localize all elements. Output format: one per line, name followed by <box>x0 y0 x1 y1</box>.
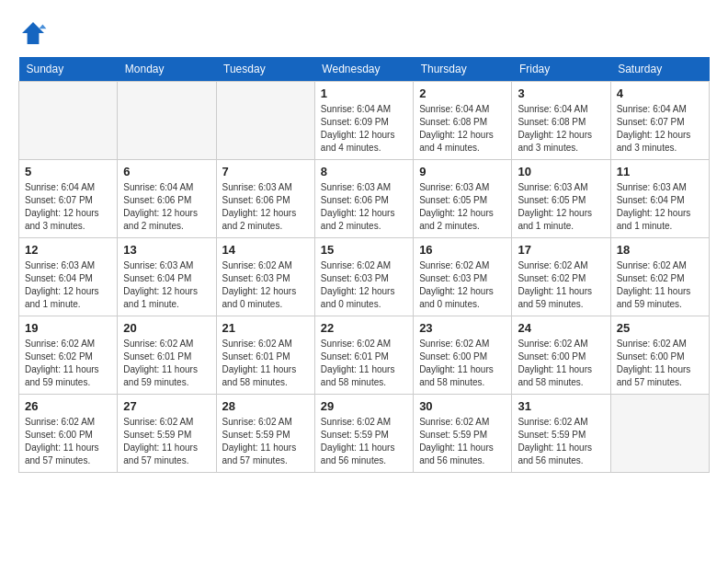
day-number: 20 <box>123 321 210 335</box>
day-number: 7 <box>222 165 309 178</box>
day-info: Sunrise: 6:02 AM Sunset: 6:00 PM Dayligh… <box>25 416 111 467</box>
day-cell: 27Sunrise: 6:02 AM Sunset: 5:59 PM Dayli… <box>118 395 216 473</box>
day-cell: 17Sunrise: 6:02 AM Sunset: 6:02 PM Dayli… <box>512 238 610 316</box>
day-info: Sunrise: 6:02 AM Sunset: 5:59 PM Dayligh… <box>518 416 604 467</box>
day-cell <box>19 82 118 160</box>
day-info: Sunrise: 6:04 AM Sunset: 6:08 PM Dayligh… <box>518 103 604 155</box>
day-header-saturday: Saturday <box>610 57 709 82</box>
day-cell: 31Sunrise: 6:02 AM Sunset: 5:59 PM Dayli… <box>512 395 610 473</box>
day-number: 30 <box>419 399 506 413</box>
day-cell: 2Sunrise: 6:04 AM Sunset: 6:08 PM Daylig… <box>414 82 512 160</box>
day-cell: 9Sunrise: 6:03 AM Sunset: 6:05 PM Daylig… <box>414 160 512 238</box>
day-number: 29 <box>321 399 407 413</box>
day-header-wednesday: Wednesday <box>314 57 413 82</box>
header-row: SundayMondayTuesdayWednesdayThursdayFrid… <box>19 57 710 82</box>
logo-icon <box>18 18 48 48</box>
day-number: 17 <box>518 243 604 257</box>
day-header-sunday: Sunday <box>19 57 118 82</box>
day-cell <box>216 82 314 160</box>
day-info: Sunrise: 6:04 AM Sunset: 6:09 PM Dayligh… <box>321 103 407 155</box>
day-info: Sunrise: 6:02 AM Sunset: 5:59 PM Dayligh… <box>123 416 210 467</box>
svg-marker-0 <box>22 22 44 44</box>
day-cell: 5Sunrise: 6:04 AM Sunset: 6:07 PM Daylig… <box>19 160 118 238</box>
day-info: Sunrise: 6:04 AM Sunset: 6:06 PM Dayligh… <box>123 181 210 233</box>
day-number: 15 <box>321 243 407 257</box>
day-info: Sunrise: 6:02 AM Sunset: 6:02 PM Dayligh… <box>518 259 604 311</box>
day-cell: 26Sunrise: 6:02 AM Sunset: 6:00 PM Dayli… <box>19 395 118 473</box>
day-cell: 29Sunrise: 6:02 AM Sunset: 5:59 PM Dayli… <box>314 395 413 473</box>
day-info: Sunrise: 6:03 AM Sunset: 6:04 PM Dayligh… <box>617 181 703 233</box>
day-info: Sunrise: 6:04 AM Sunset: 6:07 PM Dayligh… <box>25 181 111 233</box>
day-cell <box>118 82 216 160</box>
day-info: Sunrise: 6:03 AM Sunset: 6:04 PM Dayligh… <box>123 259 210 311</box>
day-header-tuesday: Tuesday <box>216 57 314 82</box>
day-number: 4 <box>617 86 703 100</box>
day-info: Sunrise: 6:02 AM Sunset: 5:59 PM Dayligh… <box>321 416 407 467</box>
week-row-2: 5Sunrise: 6:04 AM Sunset: 6:07 PM Daylig… <box>19 160 710 238</box>
day-number: 19 <box>25 321 111 335</box>
day-cell: 6Sunrise: 6:04 AM Sunset: 6:06 PM Daylig… <box>118 160 216 238</box>
day-cell: 4Sunrise: 6:04 AM Sunset: 6:07 PM Daylig… <box>610 82 709 160</box>
day-info: Sunrise: 6:02 AM Sunset: 6:03 PM Dayligh… <box>419 259 506 311</box>
day-info: Sunrise: 6:02 AM Sunset: 6:02 PM Dayligh… <box>617 259 703 311</box>
day-number: 22 <box>321 321 407 335</box>
day-cell: 11Sunrise: 6:03 AM Sunset: 6:04 PM Dayli… <box>610 160 709 238</box>
day-info: Sunrise: 6:03 AM Sunset: 6:06 PM Dayligh… <box>222 181 309 233</box>
day-number: 21 <box>222 321 309 335</box>
day-info: Sunrise: 6:02 AM Sunset: 6:01 PM Dayligh… <box>123 338 210 389</box>
day-info: Sunrise: 6:02 AM Sunset: 6:03 PM Dayligh… <box>222 259 309 311</box>
day-cell: 8Sunrise: 6:03 AM Sunset: 6:06 PM Daylig… <box>314 160 413 238</box>
day-number: 31 <box>518 399 604 413</box>
day-cell: 13Sunrise: 6:03 AM Sunset: 6:04 PM Dayli… <box>118 238 216 316</box>
day-number: 16 <box>419 243 506 257</box>
day-number: 3 <box>518 86 604 100</box>
day-info: Sunrise: 6:02 AM Sunset: 6:03 PM Dayligh… <box>321 259 407 311</box>
week-row-1: 1Sunrise: 6:04 AM Sunset: 6:09 PM Daylig… <box>19 82 710 160</box>
day-info: Sunrise: 6:03 AM Sunset: 6:05 PM Dayligh… <box>419 181 506 233</box>
day-info: Sunrise: 6:02 AM Sunset: 5:59 PM Dayligh… <box>419 416 506 467</box>
day-cell: 22Sunrise: 6:02 AM Sunset: 6:01 PM Dayli… <box>314 316 413 395</box>
day-number: 23 <box>419 321 506 335</box>
day-info: Sunrise: 6:02 AM Sunset: 6:00 PM Dayligh… <box>617 338 703 389</box>
day-number: 27 <box>123 399 210 413</box>
week-row-4: 19Sunrise: 6:02 AM Sunset: 6:02 PM Dayli… <box>19 316 710 395</box>
day-number: 11 <box>617 165 703 178</box>
day-cell: 15Sunrise: 6:02 AM Sunset: 6:03 PM Dayli… <box>314 238 413 316</box>
day-cell: 20Sunrise: 6:02 AM Sunset: 6:01 PM Dayli… <box>118 316 216 395</box>
day-cell: 19Sunrise: 6:02 AM Sunset: 6:02 PM Dayli… <box>19 316 118 395</box>
day-header-monday: Monday <box>118 57 216 82</box>
day-cell: 1Sunrise: 6:04 AM Sunset: 6:09 PM Daylig… <box>314 82 413 160</box>
day-info: Sunrise: 6:04 AM Sunset: 6:08 PM Dayligh… <box>419 103 506 155</box>
day-cell <box>610 395 709 473</box>
page-header <box>18 18 710 48</box>
day-cell: 3Sunrise: 6:04 AM Sunset: 6:08 PM Daylig… <box>512 82 610 160</box>
day-cell: 10Sunrise: 6:03 AM Sunset: 6:05 PM Dayli… <box>512 160 610 238</box>
day-info: Sunrise: 6:02 AM Sunset: 6:00 PM Dayligh… <box>518 338 604 389</box>
day-number: 9 <box>419 165 506 178</box>
day-number: 25 <box>617 321 703 335</box>
day-cell: 25Sunrise: 6:02 AM Sunset: 6:00 PM Dayli… <box>610 316 709 395</box>
day-header-friday: Friday <box>512 57 610 82</box>
day-cell: 18Sunrise: 6:02 AM Sunset: 6:02 PM Dayli… <box>610 238 709 316</box>
day-info: Sunrise: 6:02 AM Sunset: 5:59 PM Dayligh… <box>222 416 309 467</box>
day-number: 2 <box>419 86 506 100</box>
calendar-table: SundayMondayTuesdayWednesdayThursdayFrid… <box>18 57 710 473</box>
day-number: 14 <box>222 243 309 257</box>
day-number: 5 <box>25 165 111 178</box>
day-number: 28 <box>222 399 309 413</box>
day-number: 1 <box>321 86 407 100</box>
day-cell: 24Sunrise: 6:02 AM Sunset: 6:00 PM Dayli… <box>512 316 610 395</box>
svg-marker-1 <box>39 24 46 29</box>
day-info: Sunrise: 6:02 AM Sunset: 6:02 PM Dayligh… <box>25 338 111 389</box>
day-info: Sunrise: 6:03 AM Sunset: 6:06 PM Dayligh… <box>321 181 407 233</box>
day-number: 24 <box>518 321 604 335</box>
day-number: 10 <box>518 165 604 178</box>
day-cell: 16Sunrise: 6:02 AM Sunset: 6:03 PM Dayli… <box>414 238 512 316</box>
day-info: Sunrise: 6:02 AM Sunset: 6:01 PM Dayligh… <box>222 338 309 389</box>
day-cell: 23Sunrise: 6:02 AM Sunset: 6:00 PM Dayli… <box>414 316 512 395</box>
day-number: 13 <box>123 243 210 257</box>
day-number: 12 <box>25 243 111 257</box>
day-header-thursday: Thursday <box>414 57 512 82</box>
day-number: 26 <box>25 399 111 413</box>
day-cell: 12Sunrise: 6:03 AM Sunset: 6:04 PM Dayli… <box>19 238 118 316</box>
